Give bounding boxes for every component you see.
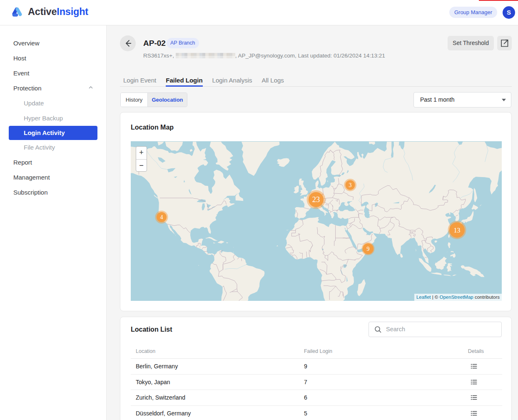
svg-text:3: 3 (349, 182, 352, 188)
svg-text:9: 9 (367, 246, 370, 252)
svg-text:4: 4 (160, 214, 163, 220)
svg-text:13: 13 (454, 227, 461, 234)
svg-text:23: 23 (312, 195, 320, 204)
